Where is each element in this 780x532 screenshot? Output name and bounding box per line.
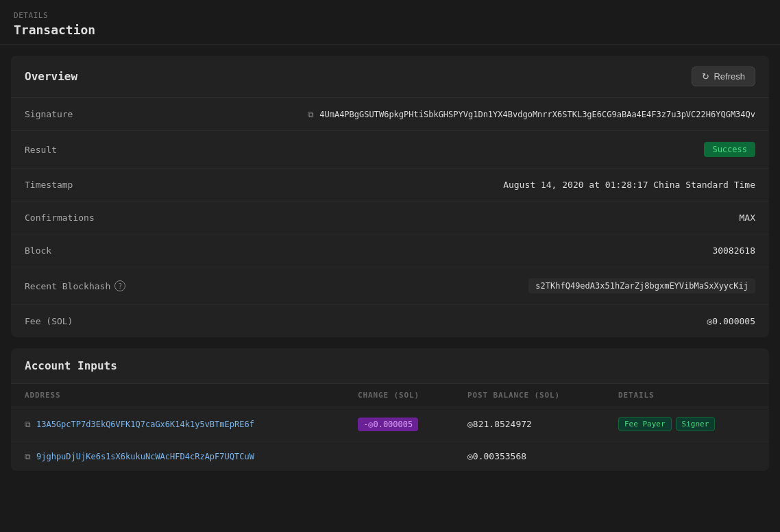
block-row: Block 30082618 bbox=[11, 234, 769, 267]
fee-amount: ◎0.000005 bbox=[707, 316, 755, 326]
post-balance-2: ◎0.00353568 bbox=[467, 451, 618, 461]
confirmations-value: MAX bbox=[740, 213, 755, 223]
signature-label: Signature bbox=[25, 109, 134, 119]
account-inputs-title: Account Inputs bbox=[25, 359, 117, 372]
refresh-button[interactable]: ↻ Refresh bbox=[692, 66, 755, 86]
blockhash-hash: s2TKhfQ49edA3x51hZarZj8bgxmEYVibMaSxXyyc… bbox=[528, 278, 755, 293]
table-row: ⧉ 13A5GpcTP7d3EkQ6VFK1Q7caGx6K14k1y5vBTm… bbox=[11, 407, 769, 442]
signature-row: Signature ⧉ 4UmA4PBgGSUTW6pkgPHtiSbkGHSP… bbox=[11, 98, 769, 131]
timestamp-value: August 14, 2020 at 01:28:17 China Standa… bbox=[503, 180, 755, 190]
account-inputs-card: Account Inputs ADDRESS CHANGE (SOL) POST… bbox=[11, 348, 769, 471]
col-change: CHANGE (SOL) bbox=[358, 391, 467, 400]
breadcrumb-area: DETAILS Transaction bbox=[0, 0, 780, 45]
copy-address-2-icon[interactable]: ⧉ bbox=[25, 452, 31, 461]
page-title: Transaction bbox=[14, 23, 766, 37]
post-balance-1: ◎821.8524972 bbox=[467, 419, 618, 429]
blockhash-label: Recent Blockhash ? bbox=[25, 280, 134, 291]
breadcrumb-details: DETAILS bbox=[14, 11, 766, 20]
account-inputs-header: Account Inputs bbox=[11, 348, 769, 384]
address-1-text: 13A5GpcTP7d3EkQ6VFK1Q7caGx6K14k1y5vBTmEp… bbox=[36, 420, 254, 429]
confirmations-label: Confirmations bbox=[25, 213, 134, 223]
block-value: 30082618 bbox=[712, 245, 755, 256]
col-post-balance: POST BALANCE (SOL) bbox=[467, 391, 618, 400]
blockhash-info-icon[interactable]: ? bbox=[114, 280, 125, 291]
result-value: Success bbox=[704, 142, 755, 157]
fee-label: Fee (SOL) bbox=[25, 316, 134, 326]
signature-value: ⧉ 4UmA4PBgGSUTW6pkgPHtiSbkGHSPYVg1Dn1YX4… bbox=[308, 110, 755, 119]
overview-card: Overview ↻ Refresh Signature ⧉ 4UmA4PBgG… bbox=[11, 56, 769, 337]
block-label: Block bbox=[25, 245, 134, 256]
col-address: ADDRESS bbox=[25, 391, 358, 400]
timestamp-row: Timestamp August 14, 2020 at 01:28:17 Ch… bbox=[11, 169, 769, 202]
blockhash-value: s2TKhfQ49edA3x51hZarZj8bgxmEYVibMaSxXyyc… bbox=[528, 278, 755, 293]
details-badges-1: Fee Payer Signer bbox=[618, 417, 755, 431]
confirmations-row: Confirmations MAX bbox=[11, 202, 769, 234]
refresh-icon: ↻ bbox=[702, 71, 709, 82]
success-badge: Success bbox=[704, 142, 755, 157]
refresh-label: Refresh bbox=[714, 71, 745, 82]
change-badge-1: -◎0.000005 bbox=[358, 418, 418, 431]
overview-title: Overview bbox=[25, 70, 77, 83]
address-link-2[interactable]: ⧉ 9jghpuDjUjKe6s1sX6kukuNcWAcHFD4cRzApF7… bbox=[25, 452, 358, 461]
col-details: DETAILS bbox=[618, 391, 755, 400]
result-row: Result Success bbox=[11, 131, 769, 169]
change-1: -◎0.000005 bbox=[358, 418, 467, 431]
fee-value: ◎0.000005 bbox=[707, 316, 755, 326]
fee-row: Fee (SOL) ◎0.000005 bbox=[11, 305, 769, 337]
address-link-1[interactable]: ⧉ 13A5GpcTP7d3EkQ6VFK1Q7caGx6K14k1y5vBTm… bbox=[25, 420, 358, 429]
account-table-header: ADDRESS CHANGE (SOL) POST BALANCE (SOL) … bbox=[11, 384, 769, 407]
table-row: ⧉ 9jghpuDjUjKe6s1sX6kukuNcWAcHFD4cRzApF7… bbox=[11, 442, 769, 471]
blockhash-row: Recent Blockhash ? s2TKhfQ49edA3x51hZarZ… bbox=[11, 267, 769, 305]
signature-hash: 4UmA4PBgGSUTW6pkgPHtiSbkGHSPYVg1Dn1YX4Bv… bbox=[319, 110, 755, 119]
address-2-text: 9jghpuDjUjKe6s1sX6kukuNcWAcHFD4cRzApF7UQ… bbox=[36, 452, 254, 461]
overview-header: Overview ↻ Refresh bbox=[11, 56, 769, 98]
fee-payer-badge: Fee Payer bbox=[618, 417, 672, 431]
result-label: Result bbox=[25, 145, 134, 155]
timestamp-label: Timestamp bbox=[25, 180, 134, 190]
signer-badge: Signer bbox=[676, 417, 716, 431]
copy-address-1-icon[interactable]: ⧉ bbox=[25, 420, 31, 429]
copy-signature-icon[interactable]: ⧉ bbox=[308, 110, 314, 119]
